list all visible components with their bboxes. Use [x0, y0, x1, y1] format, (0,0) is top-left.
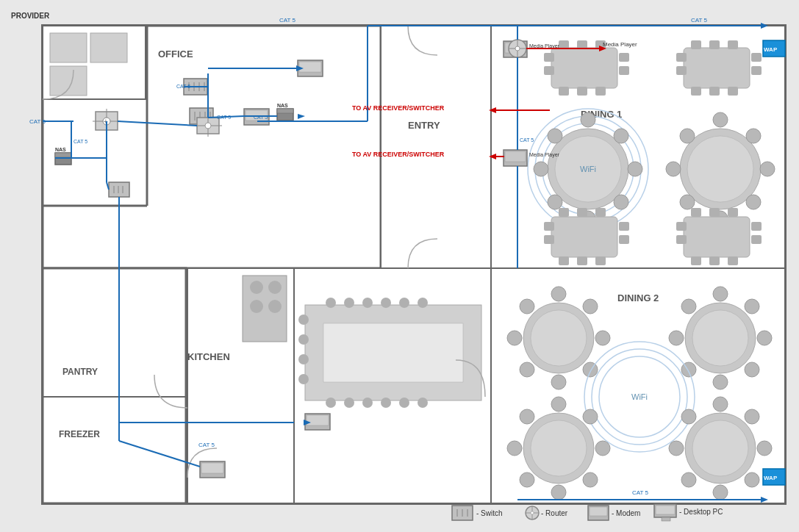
- media-player-top-label: Media Player: [603, 41, 637, 48]
- svg-point-83: [531, 310, 587, 366]
- svg-rect-244: [590, 507, 607, 516]
- svg-point-106: [531, 420, 587, 476]
- svg-point-128: [344, 298, 354, 308]
- svg-rect-149: [90, 33, 127, 62]
- svg-point-133: [326, 398, 336, 408]
- svg-point-57: [746, 129, 761, 143]
- svg-rect-79: [691, 256, 701, 265]
- cat5-label-office2: CAT 5: [217, 115, 231, 120]
- cat5-label-nas: CAT 5: [74, 139, 87, 144]
- svg-point-188: [515, 46, 520, 51]
- svg-point-59: [746, 195, 761, 209]
- svg-rect-68: [559, 256, 569, 265]
- svg-rect-73: [676, 235, 687, 244]
- svg-point-139: [298, 314, 309, 325]
- svg-point-124: [745, 472, 759, 487]
- svg-rect-78: [728, 208, 738, 217]
- svg-point-94: [713, 287, 728, 301]
- dining2-label: DINING 2: [617, 292, 659, 303]
- svg-point-134: [344, 398, 354, 408]
- svg-point-140: [298, 334, 309, 345]
- svg-point-117: [713, 397, 728, 411]
- svg-point-95: [713, 375, 728, 389]
- svg-point-120: [757, 441, 772, 456]
- svg-point-42: [581, 112, 595, 127]
- svg-rect-80: [709, 256, 720, 265]
- svg-rect-67: [595, 208, 606, 217]
- svg-rect-19: [619, 66, 629, 75]
- svg-rect-60: [551, 217, 617, 257]
- svg-point-119: [669, 441, 684, 456]
- av2-label: TO AV RECEIVER/SWITCHER: [352, 151, 445, 158]
- svg-rect-27: [676, 53, 687, 62]
- svg-rect-17: [544, 66, 554, 75]
- cat5-label-entry: CAT 5: [520, 137, 534, 143]
- svg-point-142: [298, 374, 309, 384]
- svg-rect-76: [691, 208, 701, 217]
- svg-rect-26: [684, 48, 750, 88]
- svg-point-136: [381, 398, 391, 408]
- cat5-label-kitchen: CAT 5: [198, 442, 215, 448]
- svg-rect-183: [505, 151, 526, 162]
- svg-point-86: [507, 331, 522, 345]
- svg-rect-194: [201, 463, 223, 473]
- svg-point-87: [595, 331, 610, 345]
- cat5-label-bottom-right: CAT 5: [632, 489, 648, 496]
- svg-point-52: [713, 112, 728, 127]
- diagram-container: PROVIDER OFFICE ENTRY DINING 1 DINING 2 …: [0, 0, 799, 532]
- svg-rect-23: [559, 87, 569, 96]
- svg-rect-77: [709, 208, 720, 217]
- svg-point-129: [362, 298, 373, 308]
- svg-rect-175: [299, 62, 321, 72]
- svg-rect-30: [751, 66, 762, 75]
- svg-rect-192: [307, 415, 329, 425]
- cat5-label-left: CAT 5: [29, 118, 46, 125]
- svg-rect-61: [544, 222, 554, 231]
- svg-rect-81: [728, 256, 738, 265]
- svg-point-114: [583, 472, 598, 487]
- svg-point-89: [583, 299, 598, 314]
- svg-point-56: [680, 129, 695, 143]
- floorplan-svg: PROVIDER OFFICE ENTRY DINING 1 DINING 2 …: [0, 0, 799, 532]
- svg-point-98: [681, 299, 696, 314]
- svg-point-198: [205, 123, 211, 129]
- svg-point-116: [692, 420, 748, 476]
- svg-point-51: [687, 136, 753, 202]
- svg-point-58: [680, 195, 695, 209]
- svg-point-48: [548, 195, 562, 209]
- svg-point-118: [713, 485, 728, 500]
- svg-rect-32: [709, 40, 720, 49]
- office-label: OFFICE: [158, 48, 193, 60]
- svg-point-46: [548, 129, 562, 143]
- modem-legend-label: - Modem: [612, 509, 640, 517]
- svg-text:NAS: NAS: [55, 147, 66, 152]
- svg-point-107: [551, 397, 566, 411]
- wifi1-label: WiFi: [580, 165, 596, 173]
- entry-label: ENTRY: [408, 120, 440, 131]
- svg-rect-150: [50, 66, 87, 96]
- svg-point-113: [520, 472, 534, 487]
- svg-rect-148: [50, 33, 87, 62]
- svg-rect-65: [559, 208, 569, 217]
- svg-rect-147: [268, 300, 282, 313]
- svg-point-88: [520, 299, 534, 314]
- svg-rect-31: [691, 40, 701, 49]
- svg-point-54: [666, 162, 681, 176]
- svg-rect-62: [544, 235, 554, 244]
- cat5-label-office1: CAT 5: [176, 84, 190, 89]
- svg-rect-167: [55, 153, 71, 157]
- svg-rect-69: [577, 256, 587, 265]
- svg-rect-18: [619, 53, 629, 62]
- svg-rect-16: [544, 53, 554, 62]
- av1-label: TO AV RECEIVER/SWITCHER: [352, 104, 445, 112]
- svg-rect-66: [577, 208, 587, 217]
- wifi2-label: WiFi: [631, 392, 648, 401]
- svg-rect-25: [595, 87, 606, 96]
- svg-point-135: [362, 398, 373, 408]
- svg-point-111: [520, 409, 534, 424]
- provider-label: PROVIDER: [11, 12, 50, 20]
- svg-point-109: [507, 441, 522, 456]
- cat5-label-top: CAT 5: [279, 17, 295, 24]
- svg-rect-28: [676, 66, 687, 75]
- svg-rect-246: [656, 506, 675, 514]
